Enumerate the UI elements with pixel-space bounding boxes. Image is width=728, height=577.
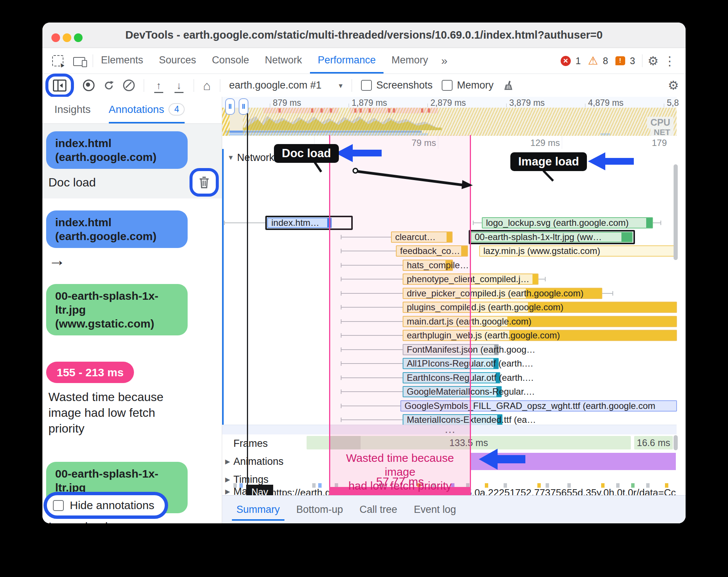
annotation-card-wasted-time[interactable]: 155 - 213 ms Wasted time because image h… — [42, 354, 222, 445]
warning-count: 8 — [603, 56, 608, 66]
error-icon[interactable]: ✕ — [561, 56, 571, 66]
title-bar: DevTools - earth.google.com/static/multi… — [42, 23, 686, 48]
annotation-card-link[interactable]: index.html (earth.google.com) → 00-earth… — [42, 203, 222, 344]
more-tabs-icon[interactable]: » — [436, 48, 453, 74]
window-right-handle[interactable]: ‖ — [239, 98, 248, 115]
entry-pill-index-html[interactable]: index.html (earth.google.com) — [46, 131, 188, 169]
network-request-bar[interactable]: index.htm… — [267, 218, 332, 228]
issues-count: 3 — [630, 56, 635, 66]
screenshot-canvas: DevTools - earth.google.com/static/multi… — [0, 0, 728, 577]
tabbar-icons — [42, 48, 93, 74]
devtools-window: DevTools - earth.google.com/static/multi… — [42, 23, 686, 523]
network-request-bar[interactable]: logo_lockup.svg (earth.google.com) — [482, 217, 653, 228]
hide-annotations-checkbox[interactable] — [53, 500, 64, 511]
navigation-marker-line — [247, 113, 248, 487]
expand-triangle-icon[interactable]: ▶ — [225, 488, 230, 496]
annotation-card-doc-load[interactable]: index.html (earth.google.com) Doc load — [42, 124, 222, 198]
upload-profile-icon[interactable]: ↑ — [153, 81, 164, 90]
ruler-label: 3,879 ms — [509, 98, 545, 108]
flame-preview-mark — [233, 483, 237, 488]
download-profile-icon[interactable]: ↓ — [173, 81, 185, 90]
expand-triangle-icon[interactable]: ▶ — [225, 458, 230, 466]
timeline-overview[interactable]: 879 ms1,879 ms2,879 ms3,879 ms4,879 ms5,… — [222, 97, 677, 136]
network-request-bar[interactable]: lazy.min.js (www.gstatic.com) — [479, 245, 674, 257]
vertical-scrollbar[interactable] — [674, 164, 678, 260]
reload-icon[interactable] — [104, 80, 114, 91]
time-range-pill[interactable]: 155 - 213 ms — [46, 362, 134, 383]
devtools-tab-bar: ElementsSourcesConsoleNetworkPerformance… — [42, 48, 686, 74]
issues-icon[interactable]: ! — [615, 56, 625, 65]
trash-icon[interactable] — [199, 176, 210, 189]
zoom-window-button[interactable] — [74, 33, 83, 42]
bottom-tab-call-tree[interactable]: Call tree — [351, 496, 406, 523]
network-request-bar[interactable]: 00-earth-splash-1x-ltr.jpg (ww… — [471, 232, 633, 242]
memory-checkbox[interactable] — [442, 80, 453, 91]
image-load-annotation-label[interactable]: Image load — [510, 152, 587, 171]
bottom-tab-bottom-up[interactable]: Bottom-up — [288, 496, 352, 523]
animation-bar[interactable] — [470, 453, 676, 470]
tab-performance[interactable]: Performance — [310, 48, 384, 74]
close-window-button[interactable] — [51, 33, 60, 42]
frame-segment[interactable]: 16.6 ms — [634, 436, 673, 449]
ruler-label: 5,8 — [667, 98, 679, 108]
tab-insights[interactable]: Insights — [54, 97, 91, 123]
chevron-down-icon[interactable]: ▾ — [339, 81, 343, 90]
request-whisker — [224, 222, 265, 223]
expand-triangle-icon[interactable]: ▶ — [225, 475, 230, 483]
garbage-collect-icon[interactable] — [502, 80, 514, 91]
ruler-tick — [506, 104, 507, 107]
device-toolbar-icon[interactable] — [73, 57, 85, 66]
tab-network[interactable]: Network — [257, 48, 310, 74]
capture-settings-gear-icon[interactable]: ⚙ — [668, 78, 679, 93]
annotation-label[interactable]: Wasted time because image had low fetch … — [48, 389, 191, 436]
settings-gear-icon[interactable]: ⚙ — [647, 55, 659, 67]
entry-pill-index-html[interactable]: index.html (earth.google.com) — [46, 210, 188, 248]
ruler-tick — [349, 104, 349, 107]
ruler-label: 2,879 ms — [430, 98, 466, 108]
frames-track-label: Frames — [233, 437, 268, 449]
screenshots-toggle[interactable]: Screenshots — [361, 80, 433, 91]
error-count: 1 — [576, 56, 581, 66]
tab-elements[interactable]: Elements — [93, 48, 151, 74]
bottom-tab-bar: SummaryBottom-upCall treeEvent log — [222, 495, 686, 523]
tab-console[interactable]: Console — [204, 48, 257, 74]
annotation-label[interactable]: Image load — [48, 520, 217, 523]
annotated-request-outline[interactable]: 00-earth-splash-1x-ltr.jpg (ww… — [469, 230, 635, 244]
clear-icon[interactable] — [123, 80, 135, 91]
collapse-triangle-icon[interactable]: ▼ — [227, 154, 234, 161]
screenshots-checkbox[interactable] — [361, 80, 372, 91]
tab-sources[interactable]: Sources — [151, 48, 204, 74]
kebab-menu-icon[interactable]: ⋮ — [663, 55, 676, 67]
animations-track-label: Animations — [233, 456, 284, 467]
annotations-count-badge: 4 — [168, 103, 185, 116]
inspect-element-icon[interactable] — [52, 55, 63, 66]
tab-annotations[interactable]: Annotations 4 — [109, 97, 185, 123]
dim-hatch — [243, 108, 677, 136]
panel-tabs: ElementsSourcesConsoleNetworkPerformance… — [93, 48, 436, 74]
record-icon[interactable] — [83, 80, 95, 91]
window-left-handle[interactable]: ‖ — [225, 98, 235, 115]
request-whisker-tail — [602, 293, 613, 294]
toggle-sidebar-icon[interactable] — [53, 80, 66, 92]
overview-strip: CPU NET — [222, 108, 677, 136]
vertical-scrollbar[interactable] — [674, 435, 678, 450]
frame-duration: 16.6 ms — [637, 437, 670, 448]
tab-memory[interactable]: Memory — [384, 48, 436, 74]
memory-toggle[interactable]: Memory — [442, 80, 494, 91]
home-icon[interactable]: ⌂ — [203, 79, 211, 92]
bottom-tab-event-log[interactable]: Event log — [406, 496, 465, 523]
doc-load-annotation-label[interactable]: Doc load — [274, 144, 339, 163]
entry-pill-splash-jpg[interactable]: 00-earth-splash-1x-ltr.jpg (www.gstatic.… — [46, 284, 188, 335]
bottom-tab-summary[interactable]: Summary — [228, 496, 288, 523]
warning-icon[interactable]: ⚠ — [588, 55, 598, 66]
annotations-tab-label: Annotations — [109, 104, 164, 116]
minimize-window-button[interactable] — [63, 33, 71, 42]
status-badges: ✕ 1 ⚠ 8 ! 3 ⚙ ⋮ — [561, 48, 676, 74]
request-label: lazy.min.js (www.gstatic.com) — [483, 246, 600, 256]
sidebar-toggle-annotation-ring — [45, 74, 74, 98]
network-track-header[interactable]: ▼Network — [227, 152, 274, 164]
time-marker: 129 ms — [530, 138, 560, 148]
target-selector[interactable]: earth.google.com #1 — [229, 80, 322, 91]
ruler-label: 4,879 ms — [588, 98, 624, 108]
divider — [642, 54, 642, 67]
